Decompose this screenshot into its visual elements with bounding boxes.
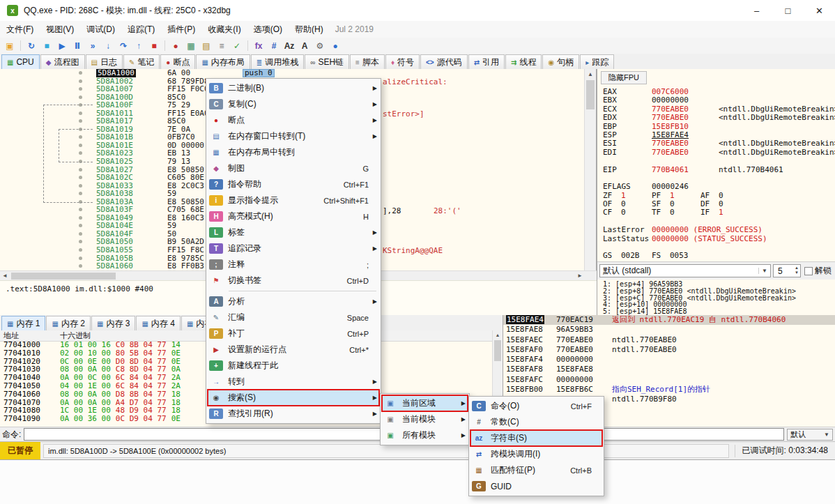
menu-item[interactable]: H高亮模式(H)H (208, 208, 379, 224)
menu-item[interactable]: ;注释; (208, 257, 379, 273)
menu-item[interactable]: L标签▶ (208, 224, 379, 240)
stack-row[interactable]: 15E8FAEC770EABE0ntdll.770EABE0 (503, 335, 835, 345)
stack-row[interactable]: 15E8FAFC00000000 (503, 375, 835, 385)
menubar-item[interactable]: 选项(O) (247, 22, 289, 38)
menu-item[interactable]: R查找引用(R)▶ (208, 406, 379, 422)
tab-item[interactable]: ≣调用堆栈 (251, 54, 304, 69)
close-button[interactable]: ✕ (804, 0, 835, 21)
menubar-item[interactable]: 帮助(H) (289, 22, 330, 38)
menubar-item[interactable]: 收藏夹(I) (201, 22, 247, 38)
scroll-thumb[interactable] (586, 80, 595, 109)
menubar-item[interactable]: 追踪(T) (121, 22, 161, 38)
breakpoint-dot[interactable] (79, 87, 82, 91)
dump-tab-item[interactable]: ▦内存 3 (91, 316, 135, 330)
menu-item[interactable]: ▤在内存窗口中转到(T)▶ (208, 128, 379, 144)
log-icon[interactable]: ▤ (199, 39, 213, 52)
argument-depth-stepper[interactable]: 5 ▲▼ (773, 264, 801, 277)
tab-item[interactable]: ∞SEH链 (305, 54, 349, 69)
register-row[interactable]: EAX007C6000 (603, 88, 834, 96)
scroll-thumb[interactable] (11, 273, 116, 280)
breakpoint-dot[interactable] (79, 216, 82, 220)
stack-row[interactable]: 15E8FAE896A59BB3 (503, 325, 835, 335)
register-row[interactable]: EBP15E8FB10 (603, 123, 834, 131)
memory-map-icon[interactable]: ▦ (184, 39, 198, 52)
menubar-item[interactable]: 视图(V) (40, 22, 80, 38)
menu-item[interactable]: ▣当前区域▶ (382, 395, 468, 411)
menu-item[interactable]: ▶设置新的运行点Ctrl+* (208, 342, 379, 358)
menu-item[interactable]: i显示指令提示Ctrl+Shift+F1 (208, 192, 379, 208)
breakpoint-dot[interactable] (79, 232, 82, 236)
scroll-left-icon[interactable]: ◄ (0, 271, 10, 280)
fx-icon[interactable]: fx (252, 39, 266, 52)
menu-item[interactable]: ▣所有模块▶ (382, 427, 468, 443)
dump-tab-item[interactable]: ▦内存 1 (1, 316, 45, 330)
tab-item[interactable]: ▸跟踪 (580, 54, 614, 69)
dump-tab-item[interactable]: ▦内存 4 (136, 316, 180, 330)
register-row[interactable]: EDX770EABE0<ntdll.DbgUiRemoteBreakin> (603, 114, 834, 122)
menu-item[interactable]: ⇄跨模块调用(I) (470, 446, 602, 462)
breakpoint-dot[interactable] (79, 240, 82, 243)
tab-item[interactable]: ▦CPU (1, 54, 40, 69)
tab-item[interactable]: ▦内存布局 (196, 54, 250, 69)
breakpoint-dot[interactable] (79, 257, 82, 260)
tab-item[interactable]: ≡脚本 (350, 54, 385, 69)
menubar-item[interactable]: 插件(P) (161, 22, 201, 38)
menu-item[interactable]: C复制(C)▶ (208, 96, 379, 112)
menu-item[interactable]: T追踪记录▶ (208, 240, 379, 257)
tab-item[interactable]: ◉句柄 (542, 54, 579, 69)
pause-icon[interactable]: Ⅱ (70, 39, 84, 52)
run-icon[interactable]: ▶ (55, 39, 69, 52)
scroll-right-icon[interactable]: ► (575, 271, 585, 280)
menu-item[interactable]: ▦匹配特征(P)Ctrl+B (470, 462, 602, 478)
tab-item[interactable]: ⇉线程 (505, 54, 542, 69)
settings-icon[interactable]: ⚙ (313, 39, 327, 52)
register-row[interactable]: EFLAGS00000246 (603, 183, 834, 191)
check-icon[interactable]: ✓ (230, 39, 244, 52)
register-row[interactable]: LastStatus00000000 (STATUS_SUCCESS) (603, 235, 834, 243)
stack-row[interactable]: 15E8FAE4770EAC19返回到 ntdll.770EAC19 自 ntd… (503, 315, 835, 325)
menu-item[interactable]: ◆制图G (208, 160, 379, 176)
breakpoint-dot[interactable] (79, 264, 82, 268)
chevron-down-icon[interactable]: ▼ (758, 268, 767, 274)
menu-item[interactable]: ●断点▶ (208, 112, 379, 128)
tab-item[interactable]: ♦符号 (385, 54, 420, 69)
menu-item[interactable]: P补丁Ctrl+P (208, 326, 379, 342)
menu-item[interactable]: ▦在内存布局中转到 (208, 144, 379, 160)
flags-row[interactable]: CF0TF0IF1 (603, 208, 834, 217)
disasm-row[interactable]: 5D8A10006A 00push 0 (0, 69, 585, 77)
register-row[interactable]: EDI770EABE0<ntdll.DbgUiRemoteBreakin> (603, 148, 834, 157)
maximize-button[interactable]: □ (772, 0, 804, 21)
tab-item[interactable]: ▤日志 (86, 54, 123, 69)
script-icon[interactable]: ≡ (215, 39, 229, 52)
stack-row[interactable]: 15E8FAF815E8FAE8 (503, 365, 835, 374)
hide-fpu-button[interactable]: 隐藏FPU (601, 71, 647, 84)
tab-item[interactable]: ⇄引用 (468, 54, 505, 69)
menu-item[interactable]: ⚑切换书签Ctrl+D (208, 273, 379, 289)
tab-item[interactable]: ◆流程图 (40, 54, 85, 69)
number-icon[interactable]: # (267, 39, 281, 52)
tab-item[interactable]: ✎笔记 (123, 54, 160, 69)
tab-item[interactable]: <>源代码 (420, 54, 468, 69)
argument-row[interactable]: 5: [esp+14] 15E8FAE8 (603, 308, 834, 315)
tab-item[interactable]: ●断点 (160, 54, 195, 69)
run-to-user-icon[interactable]: » (86, 39, 100, 52)
register-row[interactable]: EIP770B4061ntdll.770B4061 (603, 166, 834, 174)
minimize-button[interactable]: – (741, 0, 772, 21)
help-chat-icon[interactable]: ● (328, 39, 342, 52)
menubar-item[interactable]: 文件(F) (0, 22, 40, 38)
dump-tab-item[interactable]: ▦内存 2 (46, 316, 90, 330)
stop-icon[interactable]: ■ (40, 39, 54, 52)
step-into-icon[interactable]: ↓ (101, 39, 115, 52)
menu-item[interactable]: A分析▶ (208, 293, 379, 310)
scroll-thumb[interactable] (494, 340, 501, 361)
font-icon[interactable]: A (298, 39, 312, 52)
breakpoints-icon[interactable]: ● (169, 39, 183, 52)
stack-row[interactable]: 15E8FB0015E8FB6C指向SEH_Record[1]的指针 (503, 385, 835, 395)
restart-icon[interactable]: ↻ (24, 39, 38, 52)
stop-debug-icon[interactable]: ■ (147, 39, 161, 52)
menu-item[interactable]: B二进制(B)▶ (208, 80, 379, 96)
menu-item[interactable]: az字符串(S) (470, 430, 602, 446)
menubar-item[interactable]: 调试(D) (80, 22, 121, 38)
breakpoint-dot[interactable] (79, 248, 82, 252)
step-over-icon[interactable]: ↷ (116, 39, 130, 52)
